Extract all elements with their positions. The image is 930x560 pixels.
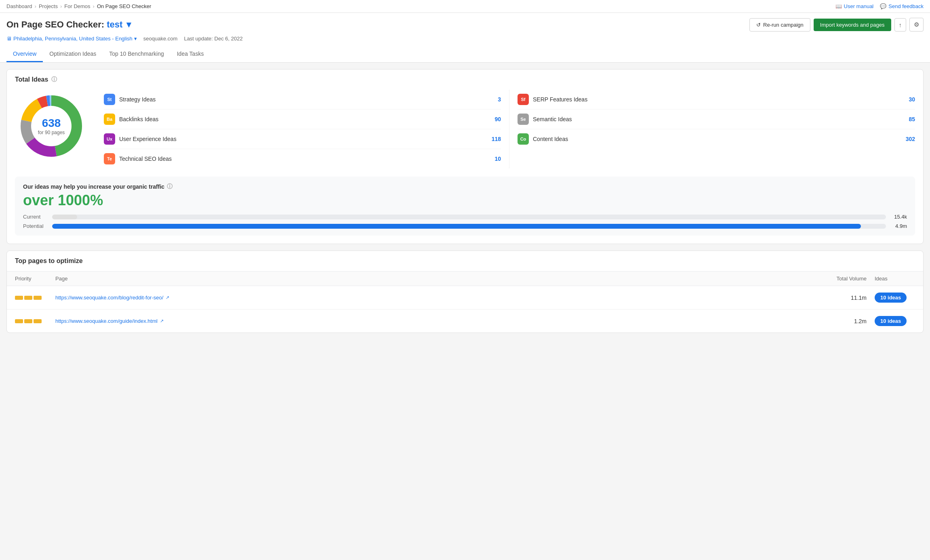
ideas-badge-1[interactable]: 10 ideas <box>875 293 915 303</box>
potential-bar-track <box>52 224 886 229</box>
traffic-potential-row: Potential 4.9m <box>23 223 907 229</box>
ux-icon: Ux <box>104 133 115 145</box>
donut-number: 638 <box>38 117 65 130</box>
idea-row-content: Co Content Ideas 302 <box>518 129 915 149</box>
volume-2: 1.2m <box>818 318 875 324</box>
tabs: Overview Optimization Ideas Top 10 Bench… <box>6 46 924 62</box>
send-feedback-link[interactable]: 💬 Send feedback <box>880 3 924 9</box>
top-bar-right: 📖 User manual 💬 Send feedback <box>835 3 924 9</box>
header-actions: ↺ Re-run campaign Import keywords and pa… <box>749 18 924 32</box>
idea-row-backlinks: Ba Backlinks Ideas 90 <box>104 109 501 129</box>
traffic-info-icon: ⓘ <box>167 183 173 190</box>
book-icon: 📖 <box>835 3 842 9</box>
header-meta: 🖥 Philadelphia, Pennsylvania, United Sta… <box>6 36 924 45</box>
potential-label: Potential <box>23 223 47 229</box>
total-ideas-card: Total Ideas ⓘ <box>6 69 924 244</box>
external-link-icon: ↗ <box>160 318 164 324</box>
location-link[interactable]: 🖥 Philadelphia, Pennsylvania, United Sta… <box>6 36 137 42</box>
tab-idea-tasks[interactable]: Idea Tasks <box>170 46 210 62</box>
pages-table: Priority Page Total Volume Ideas https:/… <box>7 272 923 333</box>
traffic-percent: over 1000% <box>23 192 907 209</box>
last-update: Last update: Dec 6, 2022 <box>184 36 242 42</box>
breadcrumb-sep-3: › <box>93 3 95 9</box>
idea-row-semantic: Se Semantic Ideas 85 <box>518 109 915 129</box>
breadcrumb: Dashboard › Projects › For Demos › On Pa… <box>6 3 151 9</box>
priority-bars-2 <box>15 319 55 323</box>
page-title: On Page SEO Checker: test ▾ <box>6 19 131 30</box>
priority-bars-1 <box>15 296 55 300</box>
col-priority: Priority <box>15 276 55 282</box>
backlinks-label: Backlinks Ideas <box>119 116 490 122</box>
domain: seoquake.com <box>143 36 178 42</box>
current-bar-fill <box>52 215 77 219</box>
table-row: https://www.seoquake.com/guide/index.htm… <box>7 309 923 333</box>
import-button[interactable]: Import keywords and pages <box>814 19 891 31</box>
serp-icon: Sf <box>518 94 529 105</box>
col-ideas: Ideas <box>875 276 915 282</box>
breadcrumb-dashboard[interactable]: Dashboard <box>6 3 32 9</box>
col-page: Page <box>55 276 818 282</box>
export-button[interactable]: ↑ <box>894 18 907 32</box>
tab-top10-benchmarking[interactable]: Top 10 Benchmarking <box>103 46 170 62</box>
info-icon: ⓘ <box>51 76 57 83</box>
top-bar: Dashboard › Projects › For Demos › On Pa… <box>0 0 930 13</box>
priority-bar <box>15 296 23 300</box>
page-url-1[interactable]: https://www.seoquake.com/blog/reddit-for… <box>55 295 818 301</box>
potential-bar-fill <box>52 224 861 229</box>
backlinks-icon: Ba <box>104 114 115 125</box>
breadcrumb-fordemos[interactable]: For Demos <box>64 3 90 9</box>
priority-bar <box>34 319 42 323</box>
ideas-badge-2[interactable]: 10 ideas <box>875 316 915 326</box>
tab-overview[interactable]: Overview <box>6 46 43 62</box>
breadcrumb-current: On Page SEO Checker <box>97 3 151 9</box>
content-icon: Co <box>518 133 529 145</box>
volume-1: 11.1m <box>818 295 875 301</box>
ux-label: User Experience Ideas <box>119 136 488 142</box>
ideas-right: Sf SERP Features Ideas 30 Se Semantic Id… <box>509 90 915 168</box>
serp-label: SERP Features Ideas <box>533 96 905 103</box>
ux-count[interactable]: 118 <box>492 136 501 142</box>
current-value: 15.4k <box>891 214 907 220</box>
rerun-button[interactable]: ↺ Re-run campaign <box>749 18 810 32</box>
table-head: Priority Page Total Volume Ideas <box>7 272 923 286</box>
chevron-down-icon: ▾ <box>134 36 137 42</box>
settings-button[interactable]: ⚙ <box>909 18 924 32</box>
col-volume: Total Volume <box>818 276 875 282</box>
semantic-icon: Se <box>518 114 529 125</box>
current-bar-track <box>52 215 886 219</box>
traffic-bars: Current 15.4k Potential 4.9m <box>23 214 907 229</box>
page-url-2[interactable]: https://www.seoquake.com/guide/index.htm… <box>55 318 818 324</box>
ideas-grid: St Strategy Ideas 3 Ba Backlinks Ideas 9… <box>104 90 915 168</box>
strategy-icon: St <box>104 94 115 105</box>
strategy-label: Strategy Ideas <box>119 96 494 103</box>
serp-count[interactable]: 30 <box>909 96 915 103</box>
breadcrumb-sep-2: › <box>60 3 62 9</box>
traffic-title: Our ideas may help you increase your org… <box>23 183 907 190</box>
table-row: https://www.seoquake.com/blog/reddit-for… <box>7 286 923 309</box>
title-dropdown[interactable]: ▾ <box>126 19 131 29</box>
breadcrumb-sep-1: › <box>35 3 36 9</box>
content-count[interactable]: 302 <box>906 136 915 142</box>
breadcrumb-projects[interactable]: Projects <box>39 3 58 9</box>
idea-row-serp: Sf SERP Features Ideas 30 <box>518 90 915 109</box>
semantic-label: Semantic Ideas <box>533 116 905 122</box>
donut-chart: 638 for 90 pages <box>15 90 88 162</box>
total-ideas-header: Total Ideas ⓘ <box>7 69 923 90</box>
technical-count[interactable]: 10 <box>494 156 501 162</box>
traffic-box: Our ideas may help you increase your org… <box>15 177 915 236</box>
potential-value: 4.9m <box>891 223 907 229</box>
idea-row-ux: Ux User Experience Ideas 118 <box>104 129 501 149</box>
top-pages-header: Top pages to optimize <box>7 251 923 272</box>
tab-optimization-ideas[interactable]: Optimization Ideas <box>43 46 103 62</box>
external-link-icon: ↗ <box>166 295 169 300</box>
backlinks-count[interactable]: 90 <box>494 116 501 122</box>
idea-row-strategy: St Strategy Ideas 3 <box>104 90 501 109</box>
strategy-count[interactable]: 3 <box>498 96 501 103</box>
user-manual-link[interactable]: 📖 User manual <box>835 3 874 9</box>
technical-icon: Te <box>104 153 115 164</box>
priority-bar <box>34 296 42 300</box>
donut-center: 638 for 90 pages <box>38 117 65 135</box>
total-ideas-body: 638 for 90 pages St Strategy Ideas 3 Ba … <box>7 90 923 177</box>
priority-bar <box>24 319 32 323</box>
semantic-count[interactable]: 85 <box>909 116 915 122</box>
